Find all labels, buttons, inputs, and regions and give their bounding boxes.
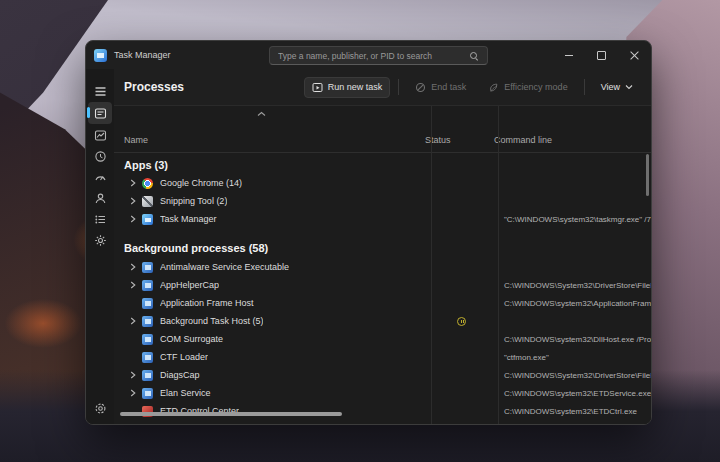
sidebar-item-users[interactable] [88, 188, 112, 208]
chevron-right-icon[interactable] [130, 263, 142, 271]
sidebar-item-startup-apps[interactable] [88, 167, 112, 187]
process-name: AppHelperCap [160, 280, 219, 290]
command-line-cell: "ctfmon.exe" [498, 353, 651, 362]
group-header[interactable]: Apps (3) [114, 152, 651, 174]
sidebar-item-performance[interactable] [88, 125, 112, 145]
table-row[interactable]: COM Surrogate C:\WINDOWS\system32\DllHos… [114, 330, 651, 348]
chevron-right-icon[interactable] [130, 317, 142, 325]
menu-icon [94, 85, 107, 98]
main-panel: Processes Run new task End task [114, 69, 651, 425]
services-icon [94, 234, 107, 247]
chevron-right-icon[interactable] [130, 389, 142, 397]
efficiency-mode-button[interactable]: Efficiency mode [480, 77, 575, 98]
command-line-cell: C:\WINDOWS\system32\ETDService.exe [498, 389, 651, 398]
group-header[interactable]: Background processes (58) [114, 228, 651, 258]
sidebar-item-services[interactable] [88, 230, 112, 250]
command-line-cell: C:\WINDOWS\system32\ApplicationFram [498, 299, 651, 308]
table-row[interactable]: DiagsCap C:\WINDOWS\System32\DriverStore… [114, 366, 651, 384]
window-process-icon [142, 298, 153, 309]
process-name: Antimalware Service Executable [160, 262, 289, 272]
toolbar-divider [584, 79, 585, 95]
menu-button[interactable] [88, 81, 112, 101]
performance-icon [94, 129, 107, 142]
end-task-icon [415, 82, 426, 93]
status-cell [431, 317, 498, 326]
chevron-right-icon[interactable] [130, 179, 142, 187]
sidebar-item-app-history[interactable] [88, 146, 112, 166]
window-process-icon [142, 316, 153, 327]
name-cell: Google Crash Handler [114, 424, 431, 426]
settings-button[interactable] [88, 398, 112, 418]
name-cell: AppHelperCap [114, 280, 431, 291]
run-new-task-button[interactable]: Run new task [304, 77, 391, 98]
window-title: Task Manager [114, 50, 171, 60]
suspended-status-icon [457, 317, 466, 326]
desktop: Task Manager Type a name, publisher, or … [0, 0, 720, 462]
close-icon [630, 51, 639, 60]
table-row[interactable]: Google Crash Handler "C:\Program Files (… [114, 420, 651, 425]
command-line-cell: C:\WINDOWS\system32\ETDCtrl.exe [498, 407, 651, 416]
process-name: Background Task Host (5) [160, 316, 263, 326]
users-icon [94, 192, 107, 205]
chevron-right-icon[interactable] [130, 371, 142, 379]
search-placeholder: Type a name, publisher, or PID to search [278, 51, 469, 61]
processes-icon [94, 107, 107, 120]
command-line-cell: C:\WINDOWS\System32\DriverStore\FileR [498, 281, 651, 290]
table-row[interactable]: Elan Service C:\WINDOWS\system32\ETDServ… [114, 384, 651, 402]
name-cell: Background Task Host (5) [114, 316, 431, 327]
horizontal-scrollbar[interactable] [120, 412, 342, 416]
table-row[interactable]: Task Manager "C:\WINDOWS\system32\taskmg… [114, 210, 651, 228]
crash-process-icon [142, 424, 153, 426]
table-row[interactable]: Snipping Tool (2) [114, 192, 651, 210]
close-button[interactable] [618, 41, 651, 69]
process-name: Snipping Tool (2) [160, 196, 227, 206]
maximize-button[interactable] [585, 41, 618, 69]
process-list: Apps (3) Google Chrome (14) Snipping Too… [114, 152, 651, 425]
table-row[interactable]: Background Task Host (5) [114, 312, 651, 330]
details-icon [94, 213, 107, 226]
window-process-icon [142, 334, 153, 345]
startup-apps-icon [94, 171, 107, 184]
table-row[interactable]: AppHelperCap C:\WINDOWS\System32\DriverS… [114, 276, 651, 294]
chevron-right-icon[interactable] [130, 281, 142, 289]
process-name: Elan Service [160, 388, 211, 398]
name-cell: Snipping Tool (2) [114, 196, 431, 207]
efficiency-mode-label: Efficiency mode [504, 82, 567, 92]
name-cell: Task Manager [114, 214, 431, 225]
chrome-process-icon [142, 178, 153, 189]
chevron-right-icon[interactable] [130, 197, 142, 205]
end-task-button[interactable]: End task [407, 77, 474, 98]
process-name: Google Crash Handler [160, 424, 250, 425]
efficiency-mode-icon [488, 82, 499, 93]
vertical-scrollbar[interactable] [646, 154, 649, 196]
minimize-button[interactable] [552, 41, 585, 69]
chevron-right-icon[interactable] [130, 215, 142, 223]
table-row[interactable]: Google Chrome (14) [114, 174, 651, 192]
window-process-icon [142, 262, 153, 273]
sidebar-item-details[interactable] [88, 209, 112, 229]
page-title: Processes [124, 80, 184, 94]
window-controls [552, 41, 651, 69]
table-row[interactable]: ETD Control Center C:\WINDOWS\system32\E… [114, 402, 651, 420]
search-icon [469, 51, 479, 61]
process-name: Task Manager [160, 214, 217, 224]
search-input[interactable]: Type a name, publisher, or PID to search [269, 46, 488, 65]
table-row[interactable]: Application Frame Host C:\WINDOWS\system… [114, 294, 651, 312]
task-manager-app-icon [94, 49, 107, 62]
window-process-icon [142, 352, 153, 363]
name-cell: Application Frame Host [114, 298, 431, 309]
process-table: Name Status Command line Apps (3) Google… [114, 105, 651, 425]
sidebar-item-processes[interactable] [88, 102, 112, 124]
view-dropdown[interactable]: View [593, 77, 641, 97]
table-row[interactable]: CTF Loader "ctfmon.exe" [114, 348, 651, 366]
name-cell: COM Surrogate [114, 334, 431, 345]
title-bar[interactable]: Task Manager Type a name, publisher, or … [86, 41, 651, 69]
command-line-cell: C:\WINDOWS\System32\DriverStore\FileR [498, 371, 651, 380]
snip-process-icon [142, 196, 153, 207]
process-name: Google Chrome (14) [160, 178, 242, 188]
run-new-task-icon [312, 82, 323, 93]
name-cell: CTF Loader [114, 352, 431, 363]
table-row[interactable]: Antimalware Service Executable [114, 258, 651, 276]
name-cell: Antimalware Service Executable [114, 262, 431, 273]
command-line-cell: "C:\WINDOWS\system32\taskmgr.exe" /7 [498, 215, 651, 224]
